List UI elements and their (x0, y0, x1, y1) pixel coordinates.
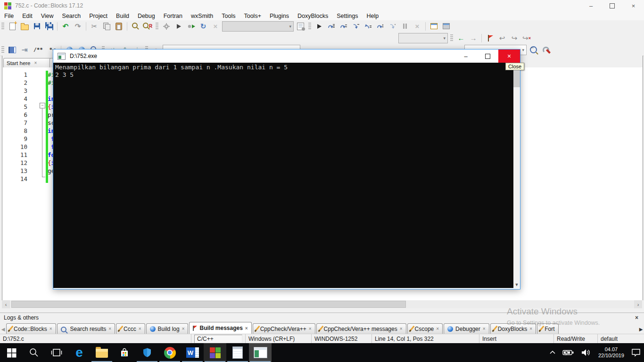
maximize-icon[interactable] (602, 0, 623, 11)
next-bookmark-button[interactable]: ↪ (509, 33, 520, 43)
start-button[interactable] (0, 343, 23, 362)
menu-tools[interactable]: Tools (217, 13, 239, 19)
menu-fortran[interactable]: Fortran (159, 13, 187, 19)
menu-settings[interactable]: Settings (332, 13, 362, 19)
tab-close-icon[interactable]: × (309, 326, 312, 331)
taskbar-defender-button[interactable] (136, 343, 158, 362)
code-completion-scope-select[interactable]: ▾ (398, 33, 448, 43)
minimize-icon[interactable]: – (580, 0, 602, 11)
menu-search[interactable]: Search (58, 13, 85, 19)
console-close-icon[interactable]: × (498, 49, 520, 63)
log-tab-build-messages[interactable]: Build messages× (189, 322, 251, 334)
break-debugger-button[interactable] (399, 21, 411, 32)
tabs-scroll-right-icon[interactable]: ▶ (638, 324, 644, 334)
log-tab-cppcheck-messages[interactable]: CppCheck/Vera++ messages× (316, 323, 406, 334)
logs-close-icon[interactable]: × (635, 314, 638, 321)
menu-project[interactable]: Project (85, 13, 112, 19)
taskbar-notepad-button[interactable] (226, 343, 249, 362)
stop-debugger-button[interactable]: × (412, 21, 423, 32)
step-out-button[interactable] (363, 21, 374, 32)
tab-close-icon[interactable]: × (108, 326, 111, 331)
scroll-left-icon[interactable]: ‹ (2, 300, 10, 308)
run-button[interactable] (173, 21, 184, 32)
taskbar-console-button[interactable] (249, 343, 272, 362)
console-titlebar[interactable]: D:\752.exe – × (53, 49, 520, 63)
doxy-block-comment-button[interactable]: /** (31, 45, 45, 55)
save-button[interactable] (31, 21, 42, 32)
clear-bookmarks-button[interactable]: ↪× (521, 33, 532, 43)
log-tab-cccc[interactable]: Cccc× (116, 323, 145, 334)
paste-button[interactable] (113, 21, 124, 32)
abort-build-button[interactable]: × (210, 21, 221, 32)
build-button[interactable] (161, 21, 172, 32)
tray-chevron-button[interactable] (546, 343, 559, 362)
action-center-button[interactable] (628, 343, 644, 362)
tab-close-icon[interactable]: × (245, 326, 248, 331)
taskbar-chrome-button[interactable] (158, 343, 181, 362)
tab-close-icon[interactable]: × (400, 326, 403, 331)
jump-forward-button[interactable]: → (468, 33, 479, 43)
debugging-windows-button[interactable] (428, 21, 439, 32)
tabs-scroll-left-icon[interactable]: ◀ (0, 324, 6, 334)
run-to-cursor-button[interactable] (326, 21, 337, 32)
step-into-button[interactable] (350, 21, 362, 32)
tab-close-icon[interactable]: × (529, 326, 532, 331)
console-window[interactable]: D:\752.exe – × Menampilkan bilangan prim… (53, 49, 520, 289)
tab-start-here[interactable]: Start here × (3, 58, 55, 67)
next-line-button[interactable] (338, 21, 349, 32)
menu-file[interactable]: File (0, 13, 18, 19)
rebuild-button[interactable]: ↻ (198, 21, 209, 32)
next-instruction-button[interactable] (375, 21, 386, 32)
build-target-select[interactable]: ▾ (222, 21, 294, 32)
scroll-down-icon[interactable]: ▼ (515, 281, 519, 288)
console-minimize-icon[interactable]: – (455, 49, 477, 63)
log-tab-codeblocks[interactable]: Code::Blocks× (6, 323, 56, 334)
debug-info-button[interactable] (440, 21, 452, 32)
copy-button[interactable] (101, 21, 112, 32)
menu-edit[interactable]: Edit (18, 13, 37, 19)
menu-plugins[interactable]: Plugins (265, 13, 293, 19)
log-tab-cppcheck[interactable]: CppCheck/Vera++× (253, 323, 315, 334)
editor-hscrollbar[interactable]: ‹ › (2, 300, 642, 308)
replace-button[interactable]: R (142, 21, 153, 32)
debug-continue-button[interactable] (314, 21, 325, 32)
compiler-settings-button[interactable] (295, 21, 306, 32)
toolbar-grip[interactable] (450, 34, 453, 42)
save-all-button[interactable] (43, 21, 55, 32)
taskbar-word-button[interactable]: W (181, 343, 204, 362)
menu-build[interactable]: Build (112, 13, 133, 19)
new-file-button[interactable] (7, 21, 18, 32)
toolbar-grip[interactable] (1, 23, 4, 30)
find-button[interactable] (130, 21, 141, 32)
battery-status-button[interactable] (559, 343, 578, 362)
toggle-bookmark-button[interactable] (484, 33, 495, 43)
tab-close-icon[interactable]: × (483, 326, 486, 331)
doxy-input-button[interactable]: ⇥ (19, 45, 30, 55)
task-view-button[interactable] (45, 343, 68, 362)
log-tab-cscope[interactable]: Cscope× (407, 323, 443, 334)
fold-marker[interactable]: − (40, 103, 45, 108)
log-tab-doxyblocks[interactable]: DoxyBlocks× (490, 323, 537, 334)
console-maximize-icon[interactable] (477, 49, 498, 63)
scrollbar-thumb[interactable] (513, 71, 520, 87)
hscroll-thumb[interactable] (11, 301, 406, 308)
tab-close-icon[interactable]: × (182, 326, 185, 331)
console-output-area[interactable]: Menampilkan bilangan prima dari 1 sampai… (53, 63, 520, 288)
console-scrollbar[interactable]: ▲ ▼ (513, 63, 520, 288)
incremental-search-button[interactable] (528, 45, 539, 55)
taskbar-search-button[interactable] (23, 343, 45, 362)
redo-button[interactable]: ↷ (72, 21, 83, 32)
log-tab-build-log[interactable]: Build log× (146, 323, 189, 334)
search-options-button[interactable] (540, 45, 551, 55)
taskbar-explorer-button[interactable] (91, 343, 113, 362)
menu-help[interactable]: Help (362, 13, 383, 19)
build-and-run-button[interactable] (185, 21, 197, 32)
menu-debug[interactable]: Debug (133, 13, 159, 19)
taskbar-codeblocks-button[interactable] (204, 343, 226, 362)
toolbar-grip[interactable] (156, 23, 158, 30)
tab-close-icon[interactable]: × (34, 60, 37, 66)
log-tab-fortran[interactable]: Fort (537, 323, 558, 334)
previous-bookmark-button[interactable]: ↩ (496, 33, 508, 43)
close-icon[interactable]: × (623, 0, 644, 11)
log-tab-debugger[interactable]: Debugger× (444, 323, 489, 334)
